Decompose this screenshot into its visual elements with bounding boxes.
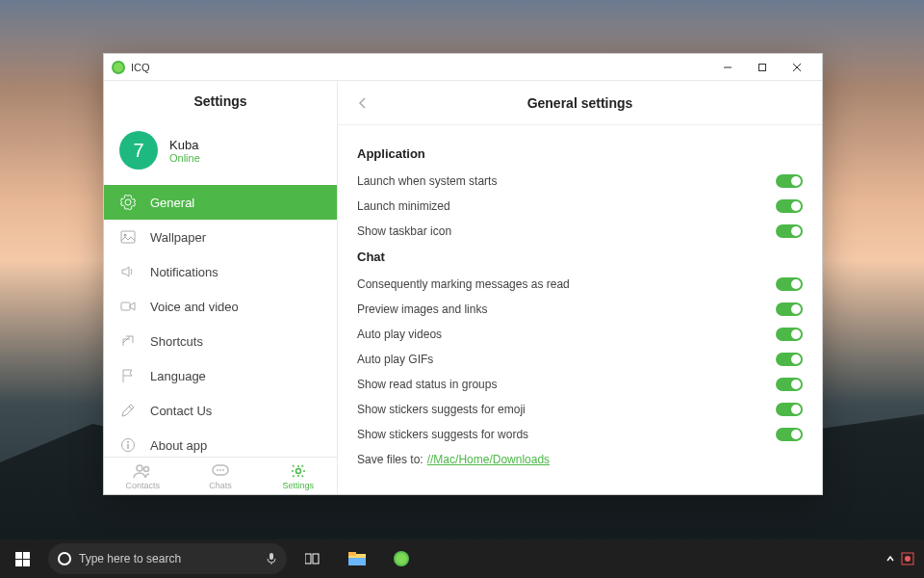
section-title: Chat	[357, 250, 803, 264]
setting-label: Preview images and links	[357, 302, 487, 316]
search-icon	[58, 552, 71, 565]
toggle-switch[interactable]	[776, 353, 803, 366]
tray-app-icon	[901, 552, 914, 565]
search-placeholder: Type here to search	[79, 552, 258, 565]
svg-rect-17	[305, 554, 311, 564]
setting-label: Launch when system starts	[357, 174, 497, 188]
sidebar-item-notifications[interactable]: Notifications	[104, 254, 337, 289]
titlebar: ICQ	[104, 54, 822, 81]
sidebar-item-contact-us[interactable]: Contact Us	[104, 393, 337, 428]
svg-point-13	[219, 469, 221, 471]
save-files-row: Save files to://Mac/Home/Downloads	[357, 447, 803, 472]
save-files-path[interactable]: //Mac/Home/Downloads	[427, 453, 550, 466]
sidebar-header: Settings	[104, 81, 337, 121]
sidebar-item-language[interactable]: Language	[104, 358, 337, 393]
setting-label: Show read status in groups	[357, 378, 497, 391]
setting-label: Auto play videos	[357, 328, 442, 341]
content-header: General settings	[338, 81, 822, 125]
profile-status: Online	[169, 152, 200, 164]
sidebar-item-general[interactable]: General	[104, 185, 337, 220]
back-button[interactable]	[353, 93, 372, 113]
svg-rect-16	[270, 553, 273, 560]
sidebar-item-label: Language	[150, 369, 206, 383]
sidebar-item-about-app[interactable]: About app	[104, 428, 337, 457]
setting-row: Launch when system starts	[357, 169, 803, 194]
system-tray[interactable]	[876, 552, 924, 565]
toggle-switch[interactable]	[776, 378, 803, 391]
setting-row: Show read status in groups	[357, 372, 803, 397]
setting-label: Auto play GIFs	[357, 353, 433, 366]
svg-point-23	[905, 556, 911, 562]
svg-rect-1	[759, 64, 766, 70]
setting-label: Launch minimized	[357, 199, 450, 213]
setting-label: Consequently marking messages as read	[357, 277, 570, 291]
toggle-switch[interactable]	[776, 403, 803, 416]
setting-row: Preview images and links	[357, 297, 803, 322]
tray-chevron-icon	[886, 554, 895, 564]
close-button[interactable]	[780, 54, 814, 81]
toggle-switch[interactable]	[776, 199, 803, 213]
sidebar: Settings 7 Kuba Online GeneralWallpaperN…	[104, 81, 338, 494]
setting-label: Show stickers suggests for words	[357, 428, 528, 441]
setting-row: Show taskbar icon	[357, 219, 803, 244]
setting-label: Show taskbar icon	[357, 224, 451, 238]
svg-rect-20	[348, 552, 356, 556]
chats-icon	[211, 463, 230, 479]
mic-icon	[266, 552, 277, 565]
avatar: 7	[119, 131, 158, 170]
sidebar-item-label: Contact Us	[150, 404, 212, 418]
tab-settings[interactable]: Settings	[259, 458, 337, 494]
window-title: ICQ	[131, 62, 150, 73]
file-explorer-button[interactable]	[335, 539, 379, 578]
app-window: ICQ Settings 7 Kuba Online GeneralWallpa…	[103, 53, 823, 495]
tab-chats[interactable]: Chats	[182, 458, 260, 494]
svg-point-9	[137, 465, 142, 471]
info-icon	[119, 436, 137, 454]
toggle-switch[interactable]	[776, 174, 803, 188]
shortcut-icon	[119, 332, 137, 350]
svg-rect-18	[313, 554, 319, 564]
tab-label: Contacts	[126, 481, 161, 490]
tab-label: Settings	[282, 481, 314, 490]
sidebar-item-wallpaper[interactable]: Wallpaper	[104, 220, 337, 254]
setting-row: Auto play GIFs	[357, 347, 803, 372]
sidebar-item-label: Shortcuts	[150, 334, 203, 349]
start-button[interactable]	[0, 539, 44, 578]
settings-icon	[289, 463, 308, 479]
minimize-button[interactable]	[710, 54, 745, 81]
contacts-icon	[133, 463, 152, 479]
toggle-switch[interactable]	[776, 277, 803, 291]
svg-point-14	[222, 469, 224, 471]
image-icon	[119, 228, 137, 246]
maximize-button[interactable]	[745, 54, 780, 81]
sidebar-item-label: About app	[150, 438, 207, 453]
edit-icon	[119, 402, 137, 419]
sidebar-item-label: Wallpaper	[150, 230, 206, 245]
setting-row: Auto play videos	[357, 322, 803, 347]
sidebar-item-label: Voice and video	[150, 300, 239, 314]
sidebar-item-voice-and-video[interactable]: Voice and video	[104, 289, 337, 324]
sidebar-item-shortcuts[interactable]: Shortcuts	[104, 324, 337, 358]
setting-label: Show stickers suggests for emoji	[357, 403, 526, 416]
tab-contacts[interactable]: Contacts	[104, 458, 182, 494]
content-body[interactable]: ApplicationLaunch when system startsLaun…	[338, 125, 822, 494]
svg-rect-21	[348, 558, 366, 565]
taskbar-search[interactable]: Type here to search	[48, 543, 287, 574]
svg-point-10	[144, 467, 149, 472]
gear-icon	[119, 194, 137, 211]
setting-row: Launch minimized	[357, 194, 803, 219]
toggle-switch[interactable]	[776, 328, 803, 341]
flag-icon	[119, 367, 137, 384]
app-icon	[112, 61, 125, 74]
toggle-switch[interactable]	[776, 224, 803, 238]
setting-row: Show stickers suggests for emoji	[357, 397, 803, 422]
tab-label: Chats	[209, 481, 232, 490]
svg-point-12	[217, 469, 218, 471]
toggle-switch[interactable]	[776, 302, 803, 316]
toggle-switch[interactable]	[776, 428, 803, 441]
profile-block[interactable]: 7 Kuba Online	[104, 121, 337, 185]
icq-taskbar-button[interactable]	[379, 539, 424, 578]
section-title: Application	[357, 146, 803, 161]
taskbar: Type here to search	[0, 539, 924, 578]
task-view-button[interactable]	[291, 539, 335, 578]
